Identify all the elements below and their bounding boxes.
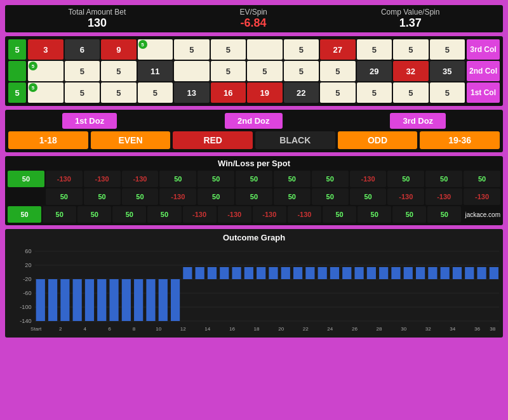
total-bet-value: 130	[69, 16, 126, 30]
wl-cell: 50	[323, 206, 356, 223]
svg-text:20: 20	[278, 326, 284, 332]
em-1-18[interactable]: 1-18	[8, 131, 88, 149]
bottom-bets: 1st Doz 2nd Doz 3rd Doz 1-18 EVEN RED BL…	[5, 110, 503, 152]
svg-text:16: 16	[229, 326, 236, 332]
svg-text:4: 4	[84, 326, 87, 332]
cell-13[interactable]: 13	[174, 82, 210, 103]
wl-cell-empty	[8, 188, 44, 205]
svg-rect-32	[269, 267, 277, 279]
cell-bet-q[interactable]: 5	[28, 82, 64, 103]
svg-rect-25	[183, 267, 192, 279]
wl-cell: 50	[112, 206, 146, 223]
cell-bet-u[interactable]: 5	[320, 82, 356, 103]
wl-cell: 50	[274, 171, 311, 187]
wl-cell: 50	[274, 188, 311, 205]
svg-rect-44	[416, 267, 425, 279]
cell-bet-a[interactable]: 5	[138, 39, 173, 60]
cell-6[interactable]: 6	[65, 39, 100, 60]
dozen-3rd[interactable]: 3rd Doz	[390, 113, 446, 129]
cell-bet-p[interactable]: 5	[320, 61, 356, 81]
svg-rect-31	[257, 267, 265, 279]
cell-bet-g[interactable]: 5	[393, 39, 429, 60]
cell-bet-m[interactable]: 5	[211, 61, 246, 81]
svg-rect-46	[441, 267, 450, 279]
cell-bet-d[interactable]	[247, 39, 283, 60]
svg-rect-14	[48, 279, 57, 321]
em-19-36[interactable]: 19-36	[420, 131, 500, 149]
svg-text:14: 14	[204, 326, 211, 332]
total-bet-label: Total Amount Bet	[69, 8, 126, 16]
cell-bet-o[interactable]: 5	[284, 61, 319, 81]
cell-22[interactable]: 22	[284, 82, 319, 103]
wl-cell: 50	[197, 171, 234, 187]
em-red[interactable]: RED	[173, 131, 253, 149]
svg-text:10: 10	[156, 326, 162, 332]
cell-bet-e[interactable]: 5	[284, 39, 319, 60]
dozen-1st[interactable]: 1st Doz	[62, 113, 117, 129]
wl-cell: 50	[425, 171, 462, 187]
em-even[interactable]: EVEN	[91, 131, 171, 149]
cell-29[interactable]: 29	[357, 61, 392, 81]
cell-bet-k[interactable]: 5	[101, 61, 137, 81]
zero-bet-bot: 5	[8, 82, 26, 103]
wl-row-1: 50 -130 -130 -130 50 50 50 50 50 -130 50…	[8, 171, 500, 187]
cell-bet-r[interactable]: 5	[65, 82, 100, 103]
svg-rect-22	[146, 279, 155, 321]
svg-rect-50	[490, 267, 498, 279]
cell-bet-w[interactable]: 5	[393, 82, 429, 103]
cell-bet-i[interactable]: 5	[28, 61, 64, 81]
wl-cell: -130	[84, 171, 121, 187]
cell-bet-v[interactable]: 5	[357, 82, 392, 103]
em-odd[interactable]: ODD	[338, 131, 418, 149]
svg-rect-15	[60, 279, 69, 321]
em-black[interactable]: BLACK	[255, 131, 335, 149]
svg-text:-20: -20	[23, 276, 31, 282]
cell-bet-b[interactable]: 5	[174, 39, 210, 60]
wl-cell: -130	[464, 188, 500, 205]
wl-cell: 50	[236, 171, 272, 187]
svg-rect-19	[109, 279, 118, 321]
wl-cell: -130	[183, 206, 217, 223]
svg-rect-39	[354, 267, 363, 279]
cell-19[interactable]: 19	[247, 82, 283, 103]
cell-bet-x[interactable]: 5	[430, 82, 465, 103]
cell-bet-n[interactable]: 5	[247, 61, 283, 81]
cell-27[interactable]: 27	[320, 39, 356, 60]
cell-bet-h[interactable]: 5	[430, 39, 465, 60]
wl-cell: 50	[427, 206, 461, 223]
even-money-row: 1-18 EVEN RED BLACK ODD 19-36	[8, 131, 500, 149]
dozens-row: 1st Doz 2nd Doz 3rd Doz	[8, 113, 500, 129]
cell-bet-j[interactable]: 5	[65, 61, 100, 81]
comp-label: Comp Value/Spin	[381, 8, 440, 16]
cell-bet-l[interactable]	[174, 61, 210, 81]
svg-rect-18	[97, 279, 106, 321]
wl-cell: 50	[147, 206, 181, 223]
svg-rect-21	[134, 279, 143, 321]
col-label-2nd: 2nd Col	[467, 61, 500, 81]
svg-rect-20	[122, 279, 131, 321]
winloss-title: Win/Loss per Spot	[8, 159, 500, 168]
wl-cell: -130	[159, 188, 196, 205]
svg-text:34: 34	[450, 326, 456, 332]
cell-bet-t[interactable]: 5	[138, 82, 173, 103]
cell-11[interactable]: 11	[138, 61, 173, 81]
svg-rect-41	[379, 267, 388, 279]
wl-cell: 50	[312, 171, 349, 187]
cell-32[interactable]: 32	[393, 61, 429, 81]
cell-bet-c[interactable]: 5	[211, 39, 246, 60]
cell-bet-s[interactable]: 5	[101, 82, 137, 103]
svg-text:60: 60	[25, 248, 31, 254]
cell-3[interactable]: 3	[28, 39, 64, 60]
cell-16[interactable]: 16	[211, 82, 246, 103]
svg-rect-33	[281, 267, 290, 279]
cell-bet-f[interactable]: 5	[357, 39, 392, 60]
dozen-2nd[interactable]: 2nd Doz	[225, 113, 283, 129]
board-row-3: 3 6 9 5 5 5 5 27 5 5 5	[28, 39, 465, 60]
wl-cell: -130	[122, 171, 159, 187]
zero-bet-mid	[8, 61, 26, 81]
winloss-grid: 50 -130 -130 -130 50 50 50 50 50 -130 50…	[8, 171, 500, 223]
wl-cell: 50	[8, 171, 44, 187]
cell-9[interactable]: 9	[101, 39, 137, 60]
wl-cell: 50	[77, 206, 111, 223]
cell-35[interactable]: 35	[430, 61, 465, 81]
